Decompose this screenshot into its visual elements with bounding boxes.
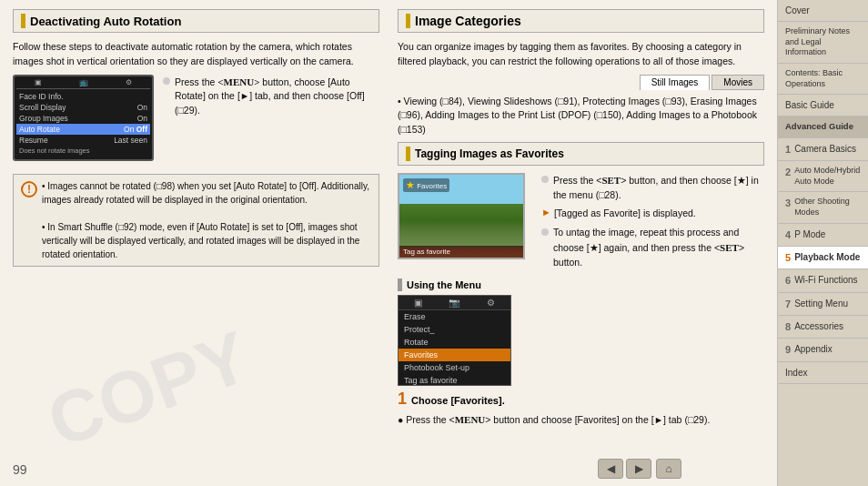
sidebar-num-5: 5 [785, 251, 791, 264]
right-section-box: Image Categories [398, 9, 764, 33]
sidebar-item-advanced-guide[interactable]: Advanced Guide [778, 116, 868, 137]
menu-erase-label: Erase [404, 312, 426, 321]
menu-screen: ▣ 📷 ⚙ Erase Protect_ Rotate Favorites [398, 295, 511, 386]
menu-protect-label: Protect_ [404, 325, 435, 334]
using-menu-header: Using the Menu [398, 278, 764, 291]
right-section-title: Image Categories [415, 14, 521, 28]
tag-bullet-3: To untag the image, repeat this process … [541, 226, 764, 269]
menu-icon-3: ⚙ [487, 298, 495, 308]
left-section-title-row: Deactivating Auto Rotation [21, 14, 371, 28]
menu-item-autorotate: Auto Rotate On Off [16, 124, 150, 135]
sidebar-item-other-shooting[interactable]: 3 Other Shooting Modes [778, 192, 868, 223]
sidebar-item-index[interactable]: Index [778, 362, 868, 384]
menu-item-scroll-val: On [137, 103, 147, 112]
tag-bullet-text-2: [Tagged as Favorite] is displayed. [554, 207, 696, 221]
left-body-text: Follow these steps to deactivate automat… [13, 40, 379, 69]
main-content: Deactivating Auto Rotation Follow these … [0, 0, 777, 486]
menu-rotate-label: Rotate [404, 338, 429, 347]
sidebar-num-4: 4 [785, 228, 791, 241]
sidebar-item-playback[interactable]: 5 Playback Mode [778, 247, 868, 269]
tab-movies[interactable]: Movies [712, 75, 764, 90]
sidebar-item-auto-mode[interactable]: 2 Auto Mode/Hybrid Auto Mode [778, 161, 868, 192]
using-menu-title: Using the Menu [407, 279, 481, 290]
menu-item-resume: Resume Last seen [16, 135, 150, 146]
prev-button[interactable]: ◀ [598, 459, 623, 479]
right-intro: You can organize images by tagging them … [398, 40, 764, 69]
left-section-box: Deactivating Auto Rotation [13, 9, 379, 33]
menu-tag-label: Tag as favorite [404, 376, 458, 385]
left-column: Deactivating Auto Rotation Follow these … [13, 9, 379, 477]
menu-erase: Erase [399, 310, 510, 323]
tagging-title: Tagging Images as Favorites [415, 147, 564, 160]
camera-screen: ▣ 📺 ⚙ Face ID Info. Scroll Display On [13, 75, 154, 161]
menu-favorites-label: Favorites [404, 350, 438, 359]
photo-favorites-label: ★ Favorites [403, 178, 449, 192]
sidebar-label-9: Appendix [794, 343, 833, 355]
left-bullet: Press the <MENU> button, choose [Auto Ro… [163, 75, 379, 118]
left-bullet-text: Press the <MENU> button, choose [Auto Ro… [175, 75, 379, 118]
menu-item-autorotate-val: On Off [124, 125, 147, 134]
sidebar-item-accessories[interactable]: 8 Accessories [778, 316, 868, 339]
left-camera-area: ▣ 📺 ⚙ Face ID Info. Scroll Display On [13, 75, 379, 167]
sidebar-num-3: 3 [785, 197, 791, 209]
menu-icon-2: 📷 [449, 298, 459, 308]
menu-tab-face: ▣ [35, 78, 42, 86]
bottom-nav: ◀ ▶ ⌂ [598, 459, 681, 479]
step-title: Choose [Favorites]. [411, 395, 505, 406]
sidebar-label-8: Accessories [794, 320, 843, 332]
sidebar-item-setting-menu[interactable]: 7 Setting Menu [778, 293, 868, 316]
tab-still-images[interactable]: Still Images [640, 75, 711, 90]
sidebar-item-appendix[interactable]: 9 Appendix [778, 339, 868, 361]
sidebar-item-cover[interactable]: Cover [778, 0, 868, 22]
photo-thumbnail: ★ Favorites Tag as favorite [398, 173, 525, 259]
bullet-dot [163, 77, 170, 85]
menu-photobook: Photobook Set-up [399, 361, 510, 374]
tag-bullet-2: ► [Tagged as Favorite] is displayed. [541, 207, 764, 221]
bullet-dot-3 [541, 228, 549, 236]
step-number: 1 [398, 390, 407, 409]
menu-key: <MENU> [217, 76, 259, 87]
sidebar-num-7: 7 [785, 298, 791, 310]
using-menu-content: ▣ 📷 ⚙ Erase Protect_ Rotate Favorites [398, 295, 764, 428]
left-section-title: Deactivating Auto Rotation [30, 15, 181, 28]
menu-item-group: Group Images On [16, 113, 150, 124]
sidebar-label-1: Camera Basics [794, 143, 856, 155]
sidebar-num-1: 1 [785, 143, 791, 156]
sidebar-label-5: Playback Mode [794, 251, 860, 263]
menu-item-faceid: Face ID Info. [16, 91, 150, 102]
menu-screen-header: ▣ 📷 ⚙ [399, 296, 510, 310]
sidebar-item-contents[interactable]: Contents: Basic Operations [778, 64, 868, 95]
tag-as-favorite-btn[interactable]: Tag as favorite [399, 246, 523, 258]
arrow-icon: ► [541, 207, 551, 221]
menu-item-scroll-label: Scroll Display [19, 103, 66, 112]
using-menu-bar [398, 278, 402, 291]
sidebar-item-basic-guide[interactable]: Basic Guide [778, 95, 868, 116]
sidebar-label-2: Auto Mode/Hybrid Auto Mode [794, 166, 861, 187]
next-button[interactable]: ▶ [626, 459, 651, 479]
camera-menu: ▣ 📺 ⚙ Face ID Info. Scroll Display On [15, 76, 152, 159]
right-section-title-row: Image Categories [406, 14, 756, 28]
sidebar-item-p-mode[interactable]: 4 P Mode [778, 224, 868, 247]
sidebar-item-wifi[interactable]: 6 Wi-Fi Functions [778, 269, 868, 292]
tagging-section-box: Tagging Images as Favorites [398, 142, 764, 166]
sidebar-num-6: 6 [785, 274, 791, 287]
sidebar-label-7: Setting Menu [794, 298, 848, 309]
sidebar-item-camera-basics[interactable]: 1 Camera Basics [778, 138, 868, 161]
star-icon: ★ [406, 179, 415, 190]
menu-item-group-label: Group Images [19, 114, 68, 123]
home-button[interactable]: ⌂ [656, 459, 681, 479]
step-text: ● Press the <MENU> button and choose [Fa… [398, 412, 710, 428]
menu-item-group-val: On [137, 114, 147, 123]
camera-menu-header: ▣ 📺 ⚙ [16, 78, 150, 89]
step-header: 1 Choose [Favorites]. [398, 390, 710, 409]
menu-rotate: Rotate [399, 336, 510, 349]
step-content: 1 Choose [Favorites]. ● Press the <MENU>… [398, 390, 710, 428]
tagging-bar [406, 147, 410, 161]
sidebar: Cover Preliminary Notes and Legal Inform… [777, 0, 868, 486]
menu-favorites: Favorites [399, 349, 510, 361]
sidebar-num-8: 8 [785, 320, 791, 333]
menu-photobook-label: Photobook Set-up [404, 363, 469, 372]
page-number: 99 [13, 462, 27, 477]
tagging-content: ★ Favorites Tag as favorite Press the <S… [398, 173, 764, 275]
sidebar-item-preliminary[interactable]: Preliminary Notes and Legal Information [778, 22, 868, 64]
